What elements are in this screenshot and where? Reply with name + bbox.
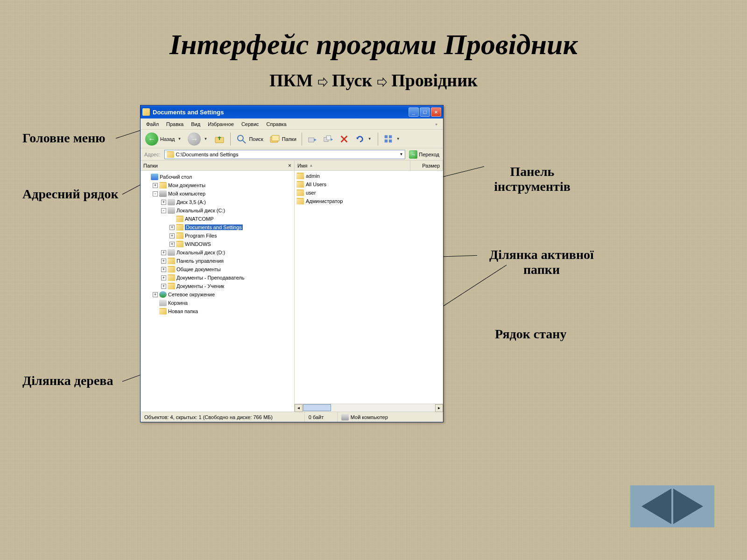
expander-icon[interactable]: + <box>169 242 175 247</box>
chevron-down-icon[interactable]: ▼ <box>177 137 183 141</box>
chevron-down-icon[interactable]: ▼ <box>395 137 401 141</box>
close-panel-icon[interactable]: × <box>288 162 291 169</box>
tree-item[interactable]: +Локальный диск (D:) <box>141 248 293 257</box>
toolbar: ← Назад ▼ → ▼ Поиск Папки <box>141 130 443 148</box>
subtitle-part-2: Пуск <box>332 70 372 90</box>
menu-bar: Файл Правка Вид Избранное Сервис Справка <box>141 119 443 130</box>
chevron-down-icon[interactable]: ▼ <box>203 137 208 141</box>
go-label: Переход <box>419 152 439 157</box>
expander-icon[interactable]: + <box>169 233 175 238</box>
menu-view[interactable]: Вид <box>187 120 204 128</box>
delete-button[interactable] <box>337 133 351 145</box>
expander-icon[interactable]: + <box>153 292 158 297</box>
go-button[interactable]: → Переход <box>407 150 441 159</box>
arrow-right-icon <box>317 77 328 87</box>
tree-item[interactable]: Корзина <box>141 299 293 307</box>
list-item[interactable]: Администратор <box>296 197 441 205</box>
copy-to-button[interactable] <box>321 133 335 145</box>
titlebar[interactable]: Documents and Settings _ □ × <box>141 105 443 119</box>
scroll-thumb[interactable] <box>303 404 331 411</box>
list-body[interactable]: adminAll UsersuserАдминистратор <box>295 171 443 404</box>
tree-item[interactable]: +Документы - Преподаватель <box>141 273 293 282</box>
minimize-button[interactable]: _ <box>409 107 419 117</box>
search-icon <box>236 133 247 145</box>
tree-item[interactable]: Рабочий стол <box>141 173 293 181</box>
menu-help[interactable]: Справка <box>263 120 290 128</box>
chevron-down-icon[interactable]: ▼ <box>399 152 403 156</box>
menu-tools[interactable]: Сервис <box>238 120 263 128</box>
expander-icon[interactable]: + <box>161 275 166 280</box>
computer-icon <box>159 190 167 197</box>
scroll-right-button[interactable]: ► <box>435 404 443 412</box>
tree-item[interactable]: +WINDOWS <box>141 240 293 248</box>
close-button[interactable]: × <box>431 107 441 117</box>
scroll-track[interactable] <box>331 404 435 412</box>
column-name-label: Имя <box>297 163 307 168</box>
maximize-button[interactable]: □ <box>420 107 430 117</box>
expander-icon[interactable]: + <box>169 225 175 230</box>
views-icon <box>383 134 394 144</box>
menu-favorites[interactable]: Избранное <box>204 120 238 128</box>
list-item-label: Администратор <box>306 198 343 204</box>
column-name[interactable]: Имя ▲ <box>295 161 410 170</box>
undo-button[interactable]: ▼ <box>353 133 374 145</box>
tree-item[interactable]: +Мои документы <box>141 181 293 189</box>
up-button[interactable] <box>212 133 227 146</box>
status-location: Мой компьютер <box>338 412 443 422</box>
tree-item[interactable]: +Диск 3,5 (A:) <box>141 198 293 206</box>
tree-body[interactable]: Рабочий стол+Мои документы-Мой компьютер… <box>141 171 294 412</box>
expander-icon[interactable]: - <box>153 191 158 196</box>
horizontal-scrollbar[interactable]: ◄ ► <box>295 404 443 412</box>
folders-button[interactable]: Папки <box>267 133 298 146</box>
views-button[interactable]: ▼ <box>381 133 403 145</box>
tree-item[interactable]: +Сетевое окружение <box>141 290 293 299</box>
expander-icon[interactable]: + <box>161 250 166 255</box>
expander-icon[interactable]: + <box>153 183 158 188</box>
search-button[interactable]: Поиск <box>234 133 265 146</box>
svg-rect-3 <box>437 125 437 125</box>
tree-item[interactable]: +Program Files <box>141 231 293 240</box>
tree-item[interactable]: ANATCOMP <box>141 215 293 223</box>
tree-item[interactable]: +Общие документы <box>141 265 293 273</box>
tree-item[interactable]: -Локальный диск (C:) <box>141 206 293 215</box>
folders-label: Папки <box>282 136 296 142</box>
tree-item[interactable]: +Documents and Settings <box>141 223 293 231</box>
list-item[interactable]: user <box>296 189 441 197</box>
tree-item[interactable]: +Панель управления <box>141 257 293 265</box>
expander-icon[interactable]: - <box>161 208 166 213</box>
next-slide-button[interactable] <box>673 489 703 524</box>
forward-button[interactable]: → ▼ <box>186 132 210 147</box>
subtitle-part-1: ПКМ <box>269 70 317 90</box>
expander-icon[interactable]: + <box>161 267 166 272</box>
column-size[interactable]: Размер <box>410 161 443 170</box>
menu-edit[interactable]: Правка <box>162 120 187 128</box>
tree-item[interactable]: Новая папка <box>141 307 293 315</box>
address-bar: Адрес: C:\Documents and Settings ▼ → Пер… <box>141 148 443 161</box>
back-button[interactable]: ← Назад ▼ <box>143 132 184 147</box>
tree-item-label: Новая папка <box>168 308 198 314</box>
move-to-button[interactable] <box>305 133 319 145</box>
list-item-label: user <box>306 190 316 196</box>
expander-icon[interactable]: + <box>161 259 166 264</box>
expander-icon[interactable]: + <box>161 200 166 205</box>
list-item[interactable]: All Users <box>296 180 441 189</box>
menu-file[interactable]: Файл <box>142 120 162 128</box>
tree-item-label: Общие документы <box>176 266 221 272</box>
chevron-down-icon[interactable]: ▼ <box>367 137 373 141</box>
folder-icon <box>159 182 167 189</box>
tree-item[interactable]: +Документы - Ученик <box>141 282 293 290</box>
tree-item[interactable]: -Мой компьютер <box>141 189 293 198</box>
svg-rect-2 <box>436 125 437 125</box>
svg-rect-9 <box>309 138 314 142</box>
tree-item-label: Program Files <box>185 233 217 238</box>
prev-slide-button[interactable] <box>641 489 671 524</box>
separator <box>378 133 378 146</box>
expander-icon[interactable]: + <box>161 284 166 289</box>
svg-rect-0 <box>436 124 437 124</box>
address-field[interactable]: C:\Documents and Settings ▼ <box>164 150 406 159</box>
svg-rect-14 <box>384 139 387 142</box>
scroll-left-button[interactable]: ◄ <box>295 404 303 412</box>
folder-icon <box>296 173 304 179</box>
windows-logo-icon <box>432 120 441 128</box>
list-item[interactable]: admin <box>296 172 441 180</box>
